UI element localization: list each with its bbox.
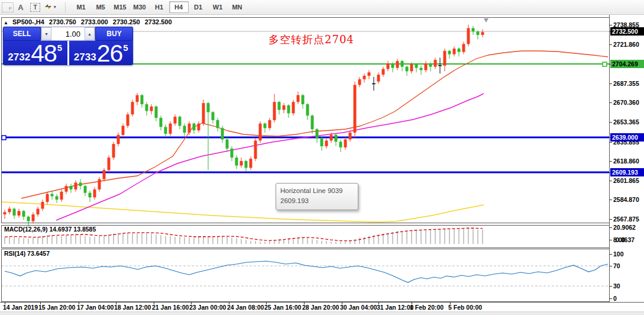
price-tick-label: 2618.860 xyxy=(613,158,639,165)
sell-price-stem: 2732 xyxy=(8,52,30,63)
text-label-button[interactable]: T xyxy=(30,3,40,12)
line-handle[interactable] xyxy=(603,62,607,66)
shift-marker-icon xyxy=(484,18,488,22)
time-axis-label: 17 Jan 04:00 xyxy=(77,304,114,311)
price-tag-2704.269: 2704.269 xyxy=(610,60,644,68)
time-axis-label: 1 Feb 20:00 xyxy=(410,304,444,311)
volume-input[interactable]: 1.00 xyxy=(51,27,85,40)
ma-yellow-line xyxy=(1,202,484,222)
time-axis-label: 15 Jan 20:00 xyxy=(38,304,75,311)
time-axis-label: 28 Jan 20:00 xyxy=(302,304,339,311)
timeframe-button-mn[interactable]: MN xyxy=(228,1,247,13)
price-tick-label: 2653.365 xyxy=(613,118,639,126)
buy-price[interactable]: 2733 26 5 xyxy=(69,41,134,65)
price-axis: 2738.8552721.8602687.3552670.3602653.365… xyxy=(610,15,644,311)
timeframe-button-h1[interactable]: H1 xyxy=(150,1,169,13)
time-axis-label: 24 Jan 08:00 xyxy=(227,304,264,311)
timeframe-button-m30[interactable]: M30 xyxy=(130,1,150,13)
rsi-panel-content xyxy=(1,261,609,286)
timeframe-button-h4[interactable]: H4 xyxy=(169,1,189,13)
line-handle[interactable] xyxy=(2,136,6,140)
trade-panel: SELL ▼ 1.00 ▲ BUY 2732 48 5 2733 26 5 xyxy=(3,27,133,65)
collapse-icon[interactable]: ▲ xyxy=(4,20,8,25)
price-tag-2609.193: 2609.193 xyxy=(610,168,644,176)
tooltip: Horizontal Line 9039 2609.193 xyxy=(276,183,358,210)
buy-price-sup: 5 xyxy=(123,43,128,53)
toolbar: F A T ▾ M1M5M15M30H1H4D1W1MN xyxy=(0,0,644,15)
time-axis-label: 31 Jan 12:00 xyxy=(377,304,413,311)
status-strip xyxy=(0,311,644,315)
ohlc-open: 2730.750 xyxy=(49,18,76,25)
timeframe-button-d1[interactable]: D1 xyxy=(189,1,208,13)
chart-title: ▲ SP500-,H4 2730.750 2733.000 2730.250 2… xyxy=(4,18,175,25)
time-axis-label: 5 Feb 00:00 xyxy=(448,304,482,311)
timeframe-button-m15[interactable]: M15 xyxy=(111,1,130,13)
ma-red-line xyxy=(21,51,608,198)
trade-panel-price-row: 2732 48 5 2733 26 5 xyxy=(3,41,133,65)
macd-label: MACD(12,26,9) 14.6937 13.8585 xyxy=(4,226,96,233)
price-tick-label: 2721.860 xyxy=(613,41,639,48)
ohlc-close: 2732.500 xyxy=(145,18,172,25)
volume-stepper: ▼ 1.00 ▲ xyxy=(41,27,95,41)
sell-price-big: 48 xyxy=(31,44,57,63)
ma-magenta-line xyxy=(56,94,484,220)
macd-axis-label: 20.9062 xyxy=(613,224,636,231)
time-axis-label: 25 Jan 16:00 xyxy=(264,304,301,311)
rsi-axis-label: 0 xyxy=(613,295,617,302)
buy-price-big: 26 xyxy=(97,44,123,63)
grip-label: F xyxy=(9,6,12,11)
time-axis-label: 18 Jan 12:00 xyxy=(114,304,151,311)
price-tick-label: 2687.355 xyxy=(613,80,639,87)
rsi-line xyxy=(5,261,608,282)
rsi-axis-label: 100 xyxy=(613,250,624,258)
price-tick-label: 2670.360 xyxy=(613,99,639,106)
price-tag-2639.000: 2639.000 xyxy=(610,133,644,142)
price-tick-label: 2584.870 xyxy=(613,196,639,203)
timeframe-button-m1[interactable]: M1 xyxy=(72,1,91,13)
objects-icon xyxy=(44,3,52,12)
price-tick-label: 2601.865 xyxy=(613,177,639,184)
tooltip-title: Horizontal Line 9039 xyxy=(280,186,354,196)
sell-price-sup: 5 xyxy=(57,43,62,53)
tooltip-value: 2609.193 xyxy=(280,196,354,206)
toolbar-grip-icon[interactable]: F xyxy=(2,2,14,12)
ohlc-low: 2730.250 xyxy=(113,18,140,25)
time-axis-label: 30 Jan 04:00 xyxy=(340,304,377,311)
chevron-down-icon: ▾ xyxy=(54,5,56,9)
annotation-text[interactable]: 多空转折点2704 xyxy=(268,33,354,47)
rsi-axis-label: 30 xyxy=(613,282,620,290)
timeframe-group: M1M5M15M30H1H4D1W1MN xyxy=(72,1,247,13)
buy-price-stem: 2733 xyxy=(74,52,96,63)
ohlc-high: 2733.000 xyxy=(81,18,108,25)
volume-increase-button[interactable]: ▲ xyxy=(85,27,95,40)
objects-dropdown-button[interactable]: ▾ xyxy=(43,1,58,13)
time-axis-label: 21 Jan 16:00 xyxy=(152,304,189,311)
timeframe-button-m5[interactable]: M5 xyxy=(91,1,111,13)
trade-panel-top-row: SELL ▼ 1.00 ▲ BUY xyxy=(3,27,133,41)
rsi-axis-label: 70 xyxy=(613,262,620,269)
price-tag-2732.500: 2732.500 xyxy=(610,27,644,36)
symbol-period: SP500-,H4 xyxy=(12,18,44,25)
time-axis-label: 14 Jan 2019 xyxy=(3,304,38,311)
arrow-annotation-button[interactable]: A xyxy=(14,1,28,13)
price-tick-label: 2567.875 xyxy=(613,216,639,223)
toolbar-separator xyxy=(65,2,66,12)
rsi-label: RSI(14) 73.6457 xyxy=(4,250,50,257)
buy-button[interactable]: BUY xyxy=(95,27,133,41)
timeframe-button-w1[interactable]: W1 xyxy=(208,1,228,13)
macd-axis-label: 0.0637 xyxy=(616,236,635,243)
time-axis-label: 23 Jan 00:00 xyxy=(189,304,226,311)
sell-price[interactable]: 2732 48 5 xyxy=(3,41,67,65)
volume-decrease-button[interactable]: ▼ xyxy=(41,27,51,40)
sell-button[interactable]: SELL xyxy=(3,27,41,41)
